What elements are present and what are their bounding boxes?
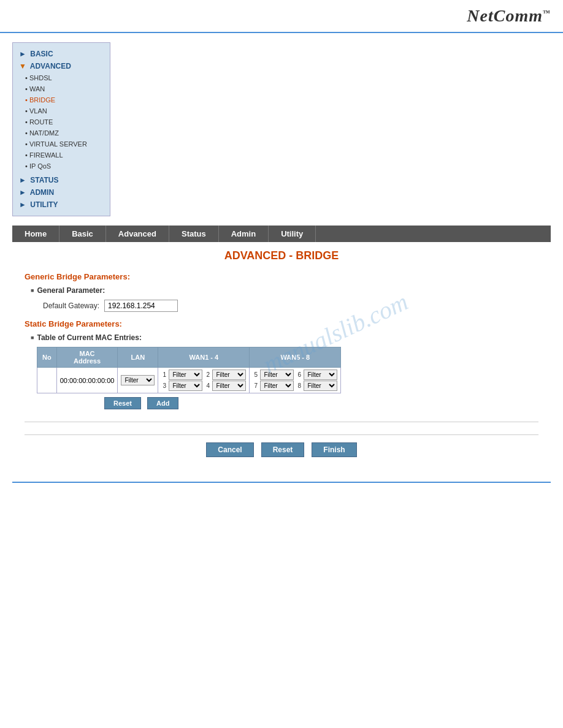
row-lan: Filter Forward Block: [118, 368, 158, 393]
row-wan14: 1 FilterForwardBlock 2 FilterForwardBloc…: [158, 368, 250, 393]
sidebar-item-route[interactable]: • ROUTE: [13, 116, 110, 127]
static-bridge-header: Static Bridge Parameters:: [25, 319, 538, 328]
wan1-row: 1 FilterForwardBlock: [161, 370, 202, 380]
sidebar-item-basic[interactable]: ► BASIC: [13, 48, 110, 60]
col-header-wan58: WAN5 - 8: [250, 347, 341, 368]
trademark: ™: [543, 9, 551, 17]
wan8-select[interactable]: FilterForwardBlock: [304, 381, 337, 391]
cancel-button[interactable]: Cancel: [206, 442, 253, 457]
bullet-icon: •: [25, 140, 29, 148]
reset-button[interactable]: Reset: [261, 442, 305, 457]
sidebar-item-firewall[interactable]: • FIREWALL: [13, 150, 110, 161]
tab-admin[interactable]: Admin: [219, 226, 269, 242]
bullet-icon: •: [25, 162, 29, 170]
sidebar-item-wan[interactable]: • WAN: [13, 83, 110, 94]
wan4-select[interactable]: FilterForwardBlock: [212, 381, 246, 391]
sidebar-item-natdmz[interactable]: • NAT/DMZ: [13, 127, 110, 138]
tab-advanced[interactable]: Advanced: [106, 226, 169, 242]
logo: NetComm™: [467, 6, 551, 26]
row-mac: 00:00:00:00:00:00: [56, 368, 118, 393]
sidebar-item-vlan[interactable]: • VLAN: [13, 105, 110, 116]
bullet-icon: •: [25, 85, 29, 93]
sidebar-item-status[interactable]: ► STATUS: [13, 174, 110, 186]
header: NetComm™: [0, 0, 563, 33]
bullet-icon: •: [25, 118, 29, 126]
page-title: ADVANCED - BRIDGE: [25, 249, 538, 262]
wan6-select[interactable]: FilterForwardBlock: [304, 370, 337, 380]
mac-table-wrapper: No MACAddress LAN WAN1 - 4 WAN5 - 8 00:0…: [37, 347, 538, 409]
bullet-icon: •: [25, 96, 29, 104]
wan4-row: 4 FilterForwardBlock: [205, 381, 246, 391]
nav-bar: Home Basic Advanced Status Admin Utility: [12, 226, 551, 242]
lan-select[interactable]: Filter Forward Block: [121, 375, 155, 385]
sidebar-item-advanced[interactable]: ▼ ADVANCED: [13, 60, 110, 72]
general-parameter-header: General Parameter:: [31, 286, 538, 295]
sidebar-item-bridge[interactable]: • BRIDGE: [13, 94, 110, 105]
col-header-lan: LAN: [118, 347, 158, 368]
arrow-icon: ►: [19, 176, 26, 184]
wan1-select[interactable]: FilterForwardBlock: [169, 370, 202, 380]
add-button[interactable]: Add: [147, 397, 178, 409]
mac-table: No MACAddress LAN WAN1 - 4 WAN5 - 8 00:0…: [37, 347, 341, 393]
sidebar-item-shdsl[interactable]: • SHDSL: [13, 72, 110, 83]
sidebar-item-admin[interactable]: ► ADMIN: [13, 186, 110, 199]
logo-text: NetComm: [467, 6, 543, 25]
generic-bridge-header: Generic Bridge Parameters:: [25, 272, 538, 281]
col-header-no: No: [37, 347, 57, 368]
default-gateway-label: Default Gateway:: [43, 301, 99, 310]
col-header-wan14: WAN1 - 4: [158, 347, 250, 368]
default-gateway-input[interactable]: [104, 300, 178, 312]
wan2-select[interactable]: FilterForwardBlock: [212, 370, 246, 380]
wan3-select[interactable]: FilterForwardBlock: [169, 381, 202, 391]
row-no: [37, 368, 57, 393]
tab-utility[interactable]: Utility: [269, 226, 316, 242]
wan3-row: 3 FilterForwardBlock: [161, 381, 202, 391]
default-gateway-row: Default Gateway:: [43, 300, 538, 312]
wan7-select[interactable]: FilterForwardBlock: [260, 381, 294, 391]
bullet-icon: •: [25, 129, 29, 137]
table-row: 00:00:00:00:00:00 Filter Forward Block 1: [37, 368, 341, 393]
bullet-icon: •: [25, 151, 29, 159]
sidebar-item-utility[interactable]: ► UTILITY: [13, 199, 110, 211]
arrow-icon: ►: [19, 50, 26, 58]
wan5-select[interactable]: FilterForwardBlock: [260, 370, 294, 380]
sidebar: ► BASIC ▼ ADVANCED • SHDSL • WAN • BRIDG…: [12, 42, 110, 216]
wan6-row: 6 FilterForwardBlock: [296, 370, 337, 380]
wan7-row: 7 FilterForwardBlock: [253, 381, 294, 391]
col-header-mac: MACAddress: [56, 347, 118, 368]
arrow-down-icon: ▼: [19, 62, 26, 70]
bullet-icon: •: [25, 74, 29, 82]
bottom-buttons: Cancel Reset Finish: [25, 434, 538, 457]
tab-basic[interactable]: Basic: [59, 226, 106, 242]
row-wan58: 5 FilterForwardBlock 6 FilterForwardBloc…: [250, 368, 341, 393]
divider: [25, 422, 538, 422]
wan5-row: 5 FilterForwardBlock: [253, 370, 294, 380]
wan8-row: 8 FilterForwardBlock: [296, 381, 337, 391]
arrow-icon: ►: [19, 200, 26, 209]
wan2-row: 2 FilterForwardBlock: [205, 370, 246, 380]
table-buttons: Reset Add: [37, 397, 538, 409]
finish-button[interactable]: Finish: [312, 442, 356, 457]
footer-line: [12, 482, 551, 483]
arrow-icon: ►: [19, 188, 26, 197]
mac-entries-header: Table of Current MAC Entries:: [31, 333, 538, 342]
reset-table-button[interactable]: Reset: [104, 397, 141, 409]
tab-status[interactable]: Status: [169, 226, 219, 242]
bullet-icon: •: [25, 107, 29, 115]
tab-home[interactable]: Home: [12, 226, 59, 242]
sidebar-item-virtual-server[interactable]: • VIRTUAL SERVER: [13, 138, 110, 150]
sidebar-item-ipqos[interactable]: • IP QoS: [13, 161, 110, 172]
